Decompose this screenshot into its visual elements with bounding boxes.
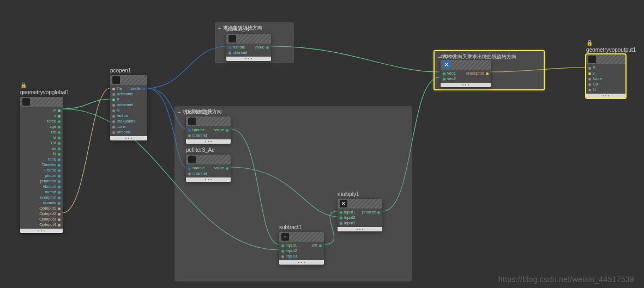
output-port[interactable] (58, 164, 61, 167)
input-port[interactable] (112, 126, 115, 128)
input-port[interactable] (588, 89, 591, 91)
port-row: primnum (22, 179, 61, 184)
input-port[interactable] (112, 99, 115, 101)
input-port[interactable] (588, 72, 591, 75)
output-port[interactable] (58, 120, 61, 123)
cross-icon: ✕ (443, 61, 450, 69)
lock-icon: 🔒 (20, 82, 27, 88)
input-port[interactable] (443, 78, 446, 81)
port-label: crossprod (466, 71, 484, 76)
collapse-icon[interactable]: − (178, 109, 180, 115)
input-port[interactable] (188, 173, 191, 175)
output-port[interactable] (58, 148, 61, 150)
input-port[interactable] (588, 83, 591, 86)
node-pcfilter-N[interactable]: pcfilter_N handlevaluechannel (226, 34, 271, 61)
port-row: v (588, 71, 623, 76)
input-port[interactable] (228, 52, 231, 54)
output-port[interactable] (58, 186, 61, 188)
output-port[interactable] (58, 126, 61, 128)
output-port[interactable] (58, 213, 61, 216)
input-port[interactable] (112, 120, 115, 123)
output-port[interactable] (58, 142, 61, 145)
output-port[interactable] (319, 244, 322, 247)
output-port[interactable] (266, 46, 269, 49)
output-port[interactable] (58, 175, 61, 177)
port-row: vtxnum (22, 184, 61, 189)
port-row: numprim (22, 195, 61, 200)
output-port[interactable] (58, 218, 61, 221)
input-port[interactable] (112, 93, 115, 96)
input-port[interactable] (188, 134, 191, 137)
output-port[interactable] (377, 211, 380, 214)
port-row: OpInput1 (22, 206, 61, 211)
port-row: radius (112, 113, 145, 119)
port-row: vec1crossprod (443, 71, 489, 76)
node-geometryvopglobal1[interactable]: 🔒 geometryvopglobal1 PvforceagelifeidCdu… (20, 97, 63, 233)
port-row: cone (112, 124, 145, 130)
output-port[interactable] (58, 131, 61, 134)
port-row: input1product (340, 210, 380, 215)
input-port[interactable] (112, 115, 115, 118)
node-title: cross1 (441, 53, 456, 59)
port-row: input2 (340, 215, 380, 220)
port-row: channel (188, 171, 228, 176)
output-port[interactable] (58, 153, 61, 156)
node-geometryvopoutput1[interactable]: 🔒 geometryvopoutput1 PvforceCdN (586, 54, 625, 98)
port-label: input3 (344, 220, 355, 226)
output-port[interactable] (58, 137, 61, 139)
port-label: OpInput1 (39, 206, 56, 211)
input-port[interactable] (112, 104, 115, 107)
input-port[interactable] (112, 109, 115, 112)
port-row: filehandle (112, 86, 145, 91)
vop-network-canvas[interactable]: − 求出曲线切线方向 − 求出朝向曲线方向 − 两个方向叉乘求出绕曲线旋转方向 … (0, 0, 644, 288)
output-port[interactable] (486, 72, 489, 75)
node-subtract1[interactable]: subtract1 − input1diffinput2input3 (279, 232, 324, 265)
output-port[interactable] (226, 129, 228, 132)
output-port[interactable] (58, 191, 61, 194)
input-port[interactable] (281, 250, 284, 253)
output-port[interactable] (58, 109, 61, 112)
port-label: OpInput4 (39, 222, 56, 228)
output-port[interactable] (58, 115, 61, 118)
node-pcopen1[interactable]: pcopen1 filehandlepchannelPnchannelNradi… (110, 75, 147, 140)
node-cross1[interactable]: cross1 ✕ vec1crossprodvec2 (441, 60, 491, 87)
port-row: life (22, 130, 61, 135)
port-label: value (255, 45, 264, 50)
input-port[interactable] (340, 222, 342, 225)
output-port[interactable] (58, 169, 61, 172)
input-port[interactable] (340, 211, 342, 214)
output-port[interactable] (58, 197, 61, 199)
collapse-icon[interactable]: − (218, 26, 221, 31)
output-port[interactable] (58, 158, 61, 161)
input-port[interactable] (588, 78, 591, 81)
port-label: input2 (286, 248, 297, 254)
output-port[interactable] (58, 202, 61, 205)
port-label: P (593, 65, 595, 71)
output-port[interactable] (58, 207, 61, 210)
input-port[interactable] (112, 88, 115, 90)
port-label: numprim (40, 195, 56, 200)
port-label: vec2 (447, 76, 456, 82)
port-row: input2 (281, 248, 322, 254)
input-port[interactable] (340, 217, 342, 219)
port-label: Cd (51, 140, 56, 146)
input-port[interactable] (188, 167, 191, 170)
port-label: input3 (286, 254, 297, 259)
node-pcfilter3-Ac[interactable]: pcfilter3_Ac handlevaluechannel (186, 155, 231, 182)
input-port[interactable] (281, 255, 284, 258)
node-pcfilter2-P[interactable]: pcfilter2_P handlevaluechannel (186, 117, 231, 144)
output-port[interactable] (58, 180, 61, 183)
input-port[interactable] (588, 67, 591, 70)
input-port[interactable] (281, 244, 284, 247)
input-port[interactable] (188, 129, 191, 132)
output-port[interactable] (58, 224, 61, 226)
input-port[interactable] (228, 46, 231, 49)
node-multiply1[interactable]: multiply1 ✕ input1productinput2input3 (338, 199, 382, 231)
input-port[interactable] (443, 72, 446, 75)
output-port[interactable] (142, 88, 145, 90)
output-port[interactable] (226, 167, 228, 170)
port-label: P (53, 108, 56, 113)
input-port[interactable] (112, 131, 115, 134)
port-row: v (22, 113, 61, 119)
node-title: pcopen1 (110, 68, 131, 73)
